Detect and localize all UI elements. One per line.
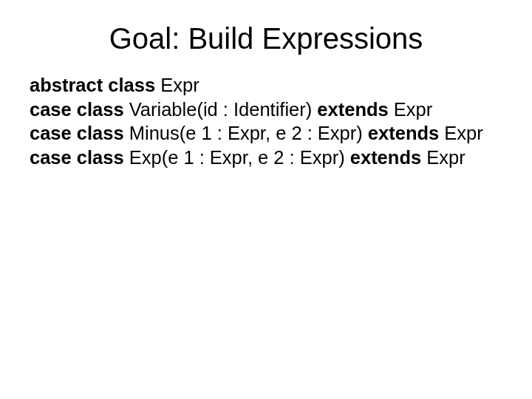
code-line-2: case class Variable(id : Identifier) ext… [30, 98, 502, 122]
keyword: case class [30, 147, 129, 168]
code-text: Expr [426, 147, 465, 168]
keyword: extends [317, 99, 393, 120]
code-text: Expr [160, 75, 199, 95]
code-line-4: case class Exp(e 1 : Expr, e 2 : Expr) e… [30, 146, 502, 170]
code-line-3: case class Minus(e 1 : Expr, e 2 : Expr)… [30, 121, 502, 146]
slide: Goal: Build Expressions abstract class E… [0, 0, 532, 399]
code-text: Expr [394, 99, 432, 120]
keyword: extends [350, 147, 426, 168]
code-text: Minus(e 1 : Expr, e 2 : Expr) [129, 123, 368, 143]
code-text: Expr [444, 123, 482, 143]
code-text: Exp(e 1 : Expr, e 2 : Expr) [129, 147, 350, 168]
keyword: case class [30, 123, 129, 143]
code-text: Variable(id : Identifier) [129, 99, 318, 120]
keyword: case class [30, 99, 129, 120]
slide-body: abstract class Expr case class Variable(… [30, 73, 502, 170]
keyword: abstract class [30, 75, 160, 95]
slide-title: Goal: Build Expressions [30, 22, 502, 55]
code-line-1: abstract class Expr [30, 73, 502, 98]
keyword: extends [368, 123, 444, 143]
